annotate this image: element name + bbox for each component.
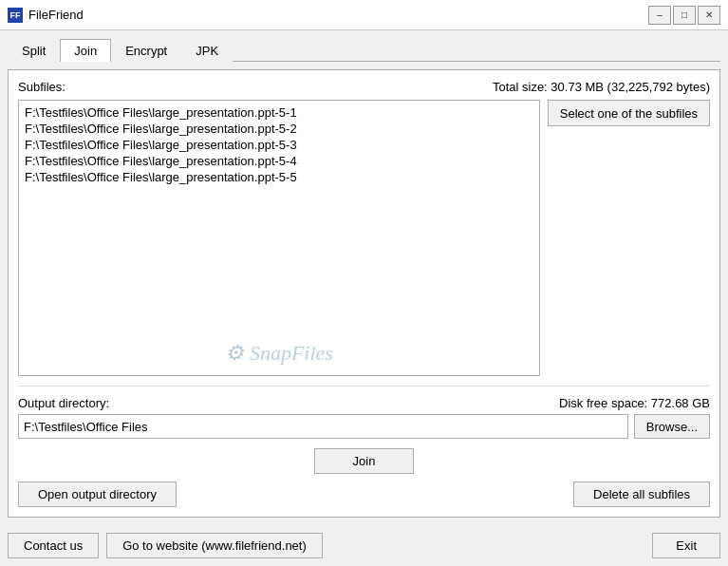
list-item: F:\Testfiles\Office Files\large_presenta… [23, 121, 535, 137]
tab-jpk[interactable]: JPK [181, 39, 233, 62]
tab-join[interactable]: Join [60, 39, 111, 62]
output-label: Output directory: [18, 396, 109, 410]
subfiles-list: F:\Testfiles\Office Files\large_presenta… [18, 100, 540, 376]
list-item: F:\Testfiles\Office Files\large_presenta… [23, 104, 535, 121]
output-row: Browse... [18, 414, 710, 439]
minimize-button[interactable]: – [648, 6, 671, 25]
window-controls: – □ ✕ [648, 6, 720, 25]
main-content: Split Join Encrypt JPK Subfiles: Total s… [0, 30, 728, 525]
footer: Contact us Go to website (www.filefriend… [0, 525, 728, 566]
select-subfiles-button[interactable]: Select one of the subfiles [548, 100, 710, 126]
total-size: Total size: 30.73 MB (32,225,792 bytes) [493, 80, 710, 94]
website-button[interactable]: Go to website (www.filefriend.net) [106, 533, 323, 558]
tab-bar: Split Join Encrypt JPK [8, 38, 720, 62]
contact-button[interactable]: Contact us [8, 533, 99, 558]
disk-free: Disk free space: 772.68 GB [559, 396, 710, 410]
exit-button[interactable]: Exit [652, 533, 720, 558]
footer-left: Contact us Go to website (www.filefriend… [8, 533, 323, 558]
browse-button[interactable]: Browse... [634, 414, 710, 439]
app-icon: FF [8, 8, 23, 23]
subfiles-header: Subfiles: Total size: 30.73 MB (32,225,7… [18, 80, 710, 94]
maximize-button[interactable]: □ [673, 6, 696, 25]
list-item: F:\Testfiles\Office Files\large_presenta… [23, 169, 535, 185]
subfiles-area: F:\Testfiles\Office Files\large_presenta… [18, 100, 710, 376]
tab-split[interactable]: Split [8, 39, 60, 62]
close-button[interactable]: ✕ [698, 6, 720, 25]
join-button[interactable]: Join [314, 448, 415, 474]
list-item: F:\Testfiles\Office Files\large_presenta… [23, 137, 535, 153]
app-title: FileFriend [28, 8, 648, 22]
output-header: Output directory: Disk free space: 772.6… [18, 396, 710, 410]
watermark: ⚙ SnapFiles [225, 341, 333, 366]
subfiles-label: Subfiles: [18, 80, 65, 94]
output-section: Output directory: Disk free space: 772.6… [18, 386, 710, 507]
output-directory-input[interactable] [18, 414, 628, 439]
title-bar: FF FileFriend – □ ✕ [0, 0, 728, 30]
tab-encrypt[interactable]: Encrypt [111, 39, 181, 62]
delete-subfiles-button[interactable]: Delete all subfiles [573, 481, 710, 507]
list-item: F:\Testfiles\Office Files\large_presenta… [23, 153, 535, 169]
open-output-button[interactable]: Open output directory [18, 481, 177, 507]
join-panel: Subfiles: Total size: 30.73 MB (32,225,7… [8, 69, 720, 518]
action-buttons: Join Open output directory Delete all su… [18, 448, 710, 507]
bottom-action-row: Open output directory Delete all subfile… [18, 481, 710, 507]
